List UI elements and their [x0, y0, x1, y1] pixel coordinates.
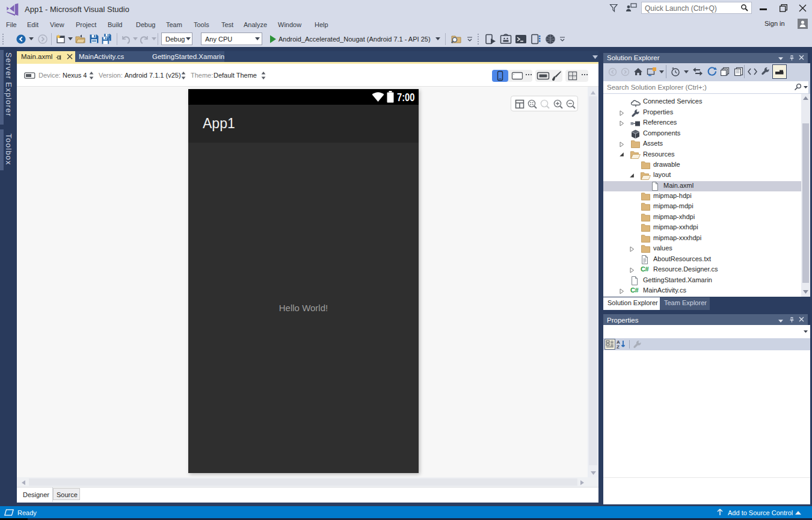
svg-text:Z: Z [617, 344, 620, 349]
